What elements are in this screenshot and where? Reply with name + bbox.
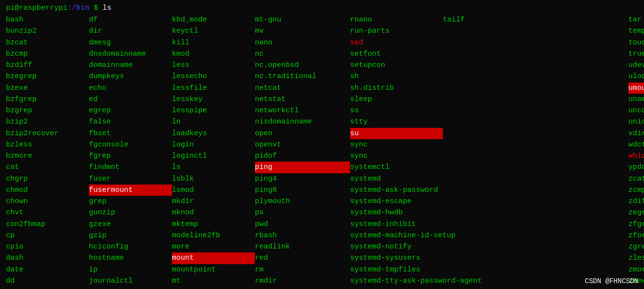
ls-item: ypdomainname bbox=[628, 162, 644, 173]
ls-item: mt bbox=[172, 275, 255, 287]
ls-item: grep bbox=[89, 196, 172, 207]
ls-item: zcmp bbox=[628, 185, 644, 196]
ls-item: cpio bbox=[6, 241, 89, 252]
ls-item: zforce bbox=[628, 230, 644, 241]
ls-item: bzexe bbox=[6, 83, 89, 94]
ls-item: bzcat bbox=[6, 37, 89, 48]
ls-item: readlink bbox=[255, 241, 350, 252]
ls-item: nc.traditional bbox=[255, 71, 350, 82]
ls-item: pidof bbox=[255, 150, 350, 162]
ls-item: zfgrep bbox=[628, 219, 644, 230]
ls-item: bash bbox=[6, 14, 89, 25]
ls-item: mt-gnu bbox=[255, 14, 350, 25]
ls-item: ed bbox=[89, 94, 172, 105]
ls-item: zcat bbox=[628, 173, 644, 185]
ls-item: systemd-tmpfiles bbox=[350, 264, 443, 275]
ls-item: dash bbox=[6, 252, 89, 264]
ls-item bbox=[443, 185, 628, 196]
ls-item: gunzip bbox=[89, 207, 172, 218]
ls-item bbox=[443, 150, 628, 162]
watermark: CSDN @FHNCSDN bbox=[585, 277, 638, 285]
ls-item: lessecho bbox=[172, 71, 255, 82]
ls-item bbox=[443, 219, 628, 230]
ls-item: journalctl bbox=[89, 275, 172, 287]
ls-item: vdir bbox=[628, 128, 644, 139]
ls-item: chmod bbox=[6, 185, 89, 196]
ls-item: fgconsole bbox=[89, 139, 172, 150]
ls-item: lesskey bbox=[172, 94, 255, 105]
ls-item: login bbox=[172, 139, 255, 150]
ls-item: nano bbox=[255, 37, 350, 48]
ls-item: systemd bbox=[350, 173, 443, 185]
ls-item: gzexe bbox=[89, 219, 172, 230]
ls-item: ls bbox=[172, 162, 255, 173]
ls-item: nc.openbsd bbox=[255, 60, 350, 71]
ls-item: loginctl bbox=[172, 150, 255, 162]
ls-item: fuser bbox=[89, 173, 172, 185]
ls-item bbox=[443, 25, 628, 37]
ls-item: more bbox=[172, 241, 255, 252]
ls-item: dd bbox=[6, 275, 89, 287]
ls-item: ip bbox=[89, 264, 172, 275]
ls-item bbox=[443, 241, 628, 252]
ls-item: ps bbox=[255, 207, 350, 218]
ls-item: loadkeys bbox=[172, 128, 255, 139]
ls-item: domainname bbox=[89, 60, 172, 71]
ls-item: udevadm bbox=[628, 60, 644, 71]
ls-item bbox=[443, 230, 628, 241]
ls-item bbox=[443, 105, 628, 116]
ls-item: systemd-escape bbox=[350, 196, 443, 207]
ls-item: modeline2fb bbox=[172, 230, 255, 241]
ls-item: bzegrep bbox=[6, 71, 89, 82]
ls-item: bzcmp bbox=[6, 48, 89, 60]
ls-item: tempfile bbox=[628, 25, 644, 37]
ls-item: rmdir bbox=[255, 275, 350, 287]
ls-item bbox=[443, 116, 628, 127]
ls-item: sync bbox=[350, 150, 443, 162]
ls-item: lesspipe bbox=[172, 105, 255, 116]
ls-item: rbash bbox=[255, 230, 350, 241]
ls-item: plymouth bbox=[255, 196, 350, 207]
ls-item: tailf bbox=[443, 14, 628, 25]
ls-item: sleep bbox=[350, 94, 443, 105]
ls-item bbox=[443, 48, 628, 60]
ls-item: kmod bbox=[172, 48, 255, 60]
ls-item-sed: sed bbox=[350, 37, 443, 48]
ls-item: less bbox=[172, 60, 255, 71]
ls-item bbox=[443, 94, 628, 105]
prompt-path-1: :/bin bbox=[67, 4, 89, 12]
prompt-user-1: pi@raspberrypi bbox=[6, 4, 67, 12]
ls-item: date bbox=[6, 264, 89, 275]
ls-item: ln bbox=[172, 116, 255, 127]
ls-item: cp bbox=[6, 230, 89, 241]
ls-item: ping4 bbox=[255, 173, 350, 185]
ls-item: run-parts bbox=[350, 25, 443, 37]
ls-item: bzdiff bbox=[6, 60, 89, 71]
ls-item: findmnt bbox=[89, 162, 172, 173]
ls-item: dnsdomainname bbox=[89, 48, 172, 60]
ls-item: unicode_start bbox=[628, 116, 644, 127]
ls-item: gzip bbox=[89, 230, 172, 241]
ls-item: kill bbox=[172, 37, 255, 48]
ls-item: bzfgrep bbox=[6, 94, 89, 105]
ls-item-umount: umount bbox=[628, 83, 644, 94]
ls-item: mkdir bbox=[172, 196, 255, 207]
ls-item: zgrep bbox=[628, 241, 644, 252]
ls-item bbox=[443, 128, 628, 139]
ls-item: egrep bbox=[89, 105, 172, 116]
prompt-line-1: pi@raspberrypi:/bin $ ls bbox=[6, 4, 638, 12]
ls-item: tar bbox=[628, 14, 644, 25]
ls-item bbox=[443, 71, 628, 82]
ls-item bbox=[443, 264, 628, 275]
ls-item bbox=[443, 207, 628, 218]
ls-item-ping: ping bbox=[255, 162, 350, 173]
ls-item: mknod bbox=[172, 207, 255, 218]
ls-item: kbd_mode bbox=[172, 14, 255, 25]
ls-item: systemd-hwdb bbox=[350, 207, 443, 218]
ls-item: systemctl bbox=[350, 162, 443, 173]
ls-item: stty bbox=[350, 116, 443, 127]
ls-output: bash df kbd_mode mt-gnu rnano tailf tar … bbox=[6, 14, 638, 287]
ls-item: systemd-notify bbox=[350, 241, 443, 252]
ls-item: bzip2recover bbox=[6, 128, 89, 139]
ls-item: networkctl bbox=[255, 105, 350, 116]
